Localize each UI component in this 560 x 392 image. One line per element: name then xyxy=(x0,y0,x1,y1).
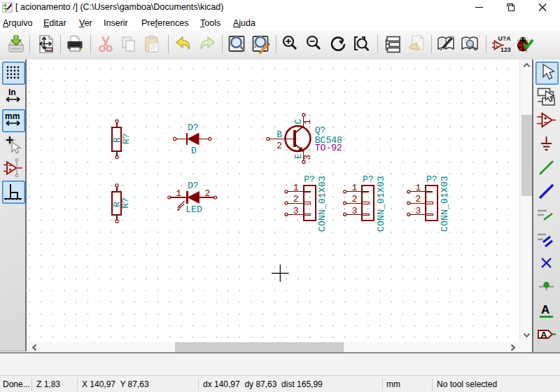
svg-text:P?: P? xyxy=(304,174,315,185)
svg-text:D?: D? xyxy=(188,122,199,133)
svg-text:1: 1 xyxy=(351,183,357,193)
svg-text:D: D xyxy=(191,146,197,156)
svg-text:2: 2 xyxy=(416,194,421,204)
svg-text:mm: mm xyxy=(5,111,20,121)
svg-text:1: 1 xyxy=(302,119,313,125)
svg-text:1: 1 xyxy=(176,188,181,199)
svg-text:2: 2 xyxy=(276,141,282,151)
svg-text:1: 1 xyxy=(293,183,299,193)
svg-text:3: 3 xyxy=(416,206,421,216)
svg-text:Q?: Q? xyxy=(315,125,326,136)
svg-text:U?A: U?A xyxy=(498,35,512,42)
svg-text:In: In xyxy=(8,88,16,97)
svg-text:2: 2 xyxy=(351,194,357,204)
svg-text:CONN_01X03: CONN_01X03 xyxy=(376,176,386,232)
svg-text:P?: P? xyxy=(363,174,374,185)
svg-text:CONN_01X03: CONN_01X03 xyxy=(317,176,328,232)
svg-text:3: 3 xyxy=(302,155,313,160)
svg-text:3: 3 xyxy=(293,206,299,216)
svg-text:P?: P? xyxy=(426,174,438,185)
svg-text:LED: LED xyxy=(186,204,202,215)
svg-text:CONN_01X03: CONN_01X03 xyxy=(440,176,450,232)
svg-text:3: 3 xyxy=(351,206,357,216)
svg-text:R?: R? xyxy=(121,197,132,209)
svg-text:A: A xyxy=(541,303,550,316)
svg-text:1: 1 xyxy=(416,183,421,193)
svg-text:D?: D? xyxy=(188,181,199,191)
svg-text:TO-92: TO-92 xyxy=(315,143,342,153)
svg-text:2: 2 xyxy=(205,188,211,199)
svg-text:R?: R? xyxy=(121,133,132,144)
svg-text:2: 2 xyxy=(293,194,299,204)
svg-text:B: B xyxy=(276,130,282,140)
svg-text:A: A xyxy=(540,330,547,340)
svg-text:123: 123 xyxy=(500,46,511,53)
